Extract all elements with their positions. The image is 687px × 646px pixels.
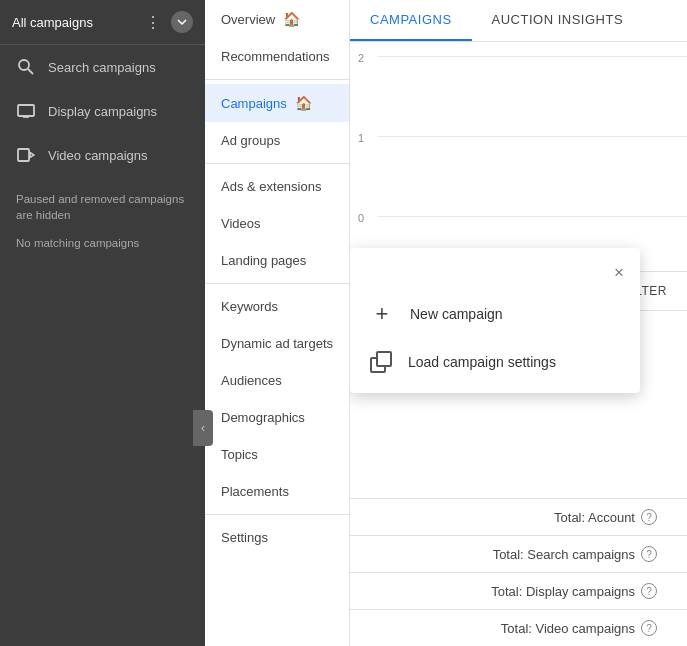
- nav-item-ads-extensions[interactable]: Ads & extensions: [205, 168, 349, 205]
- header-icons: ⋮: [141, 10, 193, 34]
- copy-icon: [370, 351, 392, 373]
- total-search-row: Total: Search campaigns ?: [350, 535, 687, 572]
- nav-label-recommendations: Recommendations: [221, 49, 329, 64]
- collapse-sidebar-button[interactable]: ‹: [193, 410, 213, 446]
- chart-label-0: 0: [358, 212, 364, 224]
- nav-item-videos[interactable]: Videos: [205, 205, 349, 242]
- nav-label-adgroups: Ad groups: [221, 133, 280, 148]
- nav-divider-1: [205, 79, 349, 80]
- svg-rect-2: [18, 105, 34, 116]
- chart-label-2: 2: [358, 52, 364, 64]
- nav-item-demographics[interactable]: Demographics: [205, 399, 349, 436]
- plus-icon: +: [370, 301, 394, 327]
- total-video-help-icon[interactable]: ?: [641, 620, 657, 636]
- nav-item-adgroups[interactable]: Ad groups: [205, 122, 349, 159]
- nav-item-topics[interactable]: Topics: [205, 436, 349, 473]
- popup-overlay: × + New campaign Load campaign settings: [350, 248, 640, 393]
- total-search-label: Total: Search campaigns: [493, 547, 635, 562]
- nav-label-ads-extensions: Ads & extensions: [221, 179, 321, 194]
- home-icon-overview: 🏠: [283, 11, 300, 27]
- chart-label-1: 1: [358, 132, 364, 144]
- nav-item-dynamic-ad-targets[interactable]: Dynamic ad targets: [205, 325, 349, 362]
- nav-item-keywords[interactable]: Keywords: [205, 288, 349, 325]
- total-account-label: Total: Account: [554, 510, 635, 525]
- tabs-bar: CAMPAIGNS AUCTION INSIGHTS: [350, 0, 687, 42]
- left-sidebar: All campaigns ⋮ Search campaigns: [0, 0, 205, 646]
- total-account-help-icon[interactable]: ?: [641, 509, 657, 525]
- nav-label-keywords: Keywords: [221, 299, 278, 314]
- close-popup-button[interactable]: ×: [614, 264, 624, 281]
- nav-label-campaigns: Campaigns: [221, 96, 287, 111]
- dropdown-icon[interactable]: [171, 11, 193, 33]
- display-campaigns-icon: [16, 101, 36, 121]
- sidebar-nav-items: Search campaigns Display campaigns Video…: [0, 45, 205, 177]
- nav-item-placements[interactable]: Placements: [205, 473, 349, 510]
- nav-label-settings: Settings: [221, 530, 268, 545]
- new-campaign-label: New campaign: [410, 306, 503, 322]
- load-campaign-settings-item[interactable]: Load campaign settings: [350, 339, 640, 385]
- all-campaigns-header: All campaigns ⋮: [0, 0, 205, 45]
- all-campaigns-title: All campaigns: [12, 15, 141, 30]
- sidebar-item-search-label: Search campaigns: [48, 60, 156, 75]
- no-matching-campaigns: No matching campaigns: [0, 231, 205, 263]
- search-campaigns-icon: [16, 57, 36, 77]
- nav-label-videos: Videos: [221, 216, 261, 231]
- chart-gridline-0: [378, 216, 687, 217]
- new-campaign-popup: × + New campaign Load campaign settings: [350, 248, 640, 393]
- svg-point-0: [19, 60, 29, 70]
- total-display-help-icon[interactable]: ?: [641, 583, 657, 599]
- popup-header: ×: [350, 256, 640, 289]
- chart-gridline-2: [378, 56, 687, 57]
- total-account-row: Total: Account ?: [350, 498, 687, 535]
- svg-rect-4: [18, 149, 29, 161]
- load-campaign-settings-label: Load campaign settings: [408, 354, 556, 370]
- tab-campaigns[interactable]: CAMPAIGNS: [350, 0, 472, 41]
- chart-area: 2 1 0: [350, 42, 687, 272]
- totals-area: Total: Account ? Total: Search campaigns…: [350, 498, 687, 646]
- nav-item-audiences[interactable]: Audiences: [205, 362, 349, 399]
- nav-item-campaigns[interactable]: Campaigns 🏠: [205, 84, 349, 122]
- nav-label-overview: Overview: [221, 12, 275, 27]
- paused-campaigns-info: Paused and removed campaigns are hidden: [0, 177, 205, 231]
- nav-item-overview[interactable]: Overview 🏠: [205, 0, 349, 38]
- total-display-label: Total: Display campaigns: [491, 584, 635, 599]
- nav-label-topics: Topics: [221, 447, 258, 462]
- more-options-icon[interactable]: ⋮: [141, 10, 165, 34]
- svg-line-1: [28, 69, 33, 74]
- nav-item-settings[interactable]: Settings: [205, 519, 349, 556]
- total-video-label: Total: Video campaigns: [501, 621, 635, 636]
- nav-label-placements: Placements: [221, 484, 289, 499]
- main-content: CAMPAIGNS AUCTION INSIGHTS 2 1 0 ADD FIL…: [350, 0, 687, 646]
- new-campaign-item[interactable]: + New campaign: [350, 289, 640, 339]
- sidebar-item-video[interactable]: Video campaigns: [0, 133, 205, 177]
- chart-gridline-1: [378, 136, 687, 137]
- nav-label-audiences: Audiences: [221, 373, 282, 388]
- nav-item-landing-pages[interactable]: Landing pages: [205, 242, 349, 279]
- sidebar-item-display-label: Display campaigns: [48, 104, 157, 119]
- video-campaigns-icon: [16, 145, 36, 165]
- nav-item-recommendations[interactable]: Recommendations: [205, 38, 349, 75]
- tab-auction-insights[interactable]: AUCTION INSIGHTS: [472, 0, 644, 41]
- nav-divider-4: [205, 514, 349, 515]
- nav-label-demographics: Demographics: [221, 410, 305, 425]
- sidebar-item-video-label: Video campaigns: [48, 148, 148, 163]
- sidebar-item-search[interactable]: Search campaigns: [0, 45, 205, 89]
- sidebar-item-display[interactable]: Display campaigns: [0, 89, 205, 133]
- total-display-row: Total: Display campaigns ?: [350, 572, 687, 609]
- nav-divider-3: [205, 283, 349, 284]
- total-search-help-icon[interactable]: ?: [641, 546, 657, 562]
- nav-label-dynamic-ad-targets: Dynamic ad targets: [221, 336, 333, 351]
- nav-divider-2: [205, 163, 349, 164]
- home-icon-campaigns: 🏠: [295, 95, 312, 111]
- middle-nav: Overview 🏠 Recommendations Campaigns 🏠 A…: [205, 0, 350, 646]
- total-video-row: Total: Video campaigns ?: [350, 609, 687, 646]
- nav-label-landing-pages: Landing pages: [221, 253, 306, 268]
